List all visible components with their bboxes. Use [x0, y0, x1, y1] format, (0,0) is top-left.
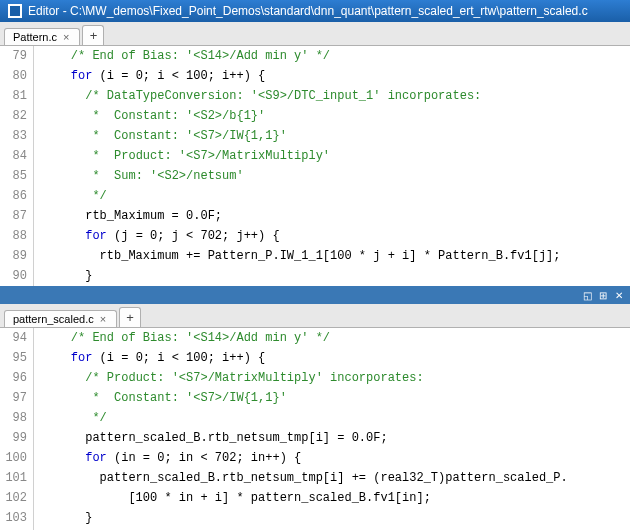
line-number: 80 — [0, 66, 27, 86]
line-number: 95 — [0, 348, 27, 368]
pane-close-icon[interactable]: ✕ — [612, 288, 626, 302]
code-line[interactable]: * Constant: '<S7>/IW{1,1}' — [42, 126, 630, 146]
code-text[interactable]: /* End of Bias: '<S14>/Add min y' */ for… — [34, 328, 630, 530]
code-line[interactable]: /* Product: '<S7>/MatrixMultiply' incorp… — [42, 368, 630, 388]
line-gutter: 798081828384858687888990 — [0, 46, 34, 286]
line-gutter: 949596979899100101102103104105106 — [0, 328, 34, 530]
line-number: 81 — [0, 86, 27, 106]
maximize-icon[interactable]: ⊞ — [596, 288, 610, 302]
tab-bar-bottom: pattern_scaled.c × + — [0, 304, 630, 328]
title-bar: Editor - C:\MW_demos\Fixed_Point_Demos\s… — [0, 0, 630, 22]
line-number: 79 — [0, 46, 27, 66]
code-line[interactable]: */ — [42, 408, 630, 428]
line-number: 94 — [0, 328, 27, 348]
app-icon — [8, 4, 22, 18]
tab-add-button-bottom[interactable]: + — [119, 307, 141, 327]
code-line[interactable]: */ — [42, 186, 630, 206]
code-line[interactable]: * Constant: '<S2>/b{1}' — [42, 106, 630, 126]
code-text[interactable]: /* End of Bias: '<S14>/Add min y' */ for… — [34, 46, 630, 286]
code-line[interactable]: pattern_scaled_B.rtb_netsum_tmp[i] = 0.0… — [42, 428, 630, 448]
line-number: 103 — [0, 508, 27, 528]
pane-header-bottom: ◱ ⊞ ✕ — [0, 286, 630, 304]
code-line[interactable]: for (j = 0; j < 702; j++) { — [42, 226, 630, 246]
tab-label: pattern_scaled.c — [13, 313, 94, 325]
code-line[interactable]: * Sum: '<S2>/netsum' — [42, 166, 630, 186]
line-number: 83 — [0, 126, 27, 146]
line-number: 97 — [0, 388, 27, 408]
code-line[interactable]: } — [42, 266, 630, 286]
tab-pattern-scaled-c[interactable]: pattern_scaled.c × — [4, 310, 117, 327]
code-line[interactable]: rtb_Maximum += Pattern_P.IW_1_1[100 * j … — [42, 246, 630, 266]
code-line[interactable]: /* End of Bias: '<S14>/Add min y' */ — [42, 328, 630, 348]
plus-icon: + — [126, 310, 134, 325]
code-line[interactable]: rtb_Maximum = 0.0F; — [42, 206, 630, 226]
line-number: 85 — [0, 166, 27, 186]
line-number: 89 — [0, 246, 27, 266]
line-number: 98 — [0, 408, 27, 428]
line-number: 99 — [0, 428, 27, 448]
window-title: Editor - C:\MW_demos\Fixed_Point_Demos\s… — [28, 4, 588, 18]
line-number: 87 — [0, 206, 27, 226]
line-number: 100 — [0, 448, 27, 468]
tab-add-button-top[interactable]: + — [82, 25, 104, 45]
code-line[interactable]: } — [42, 508, 630, 528]
line-number: 102 — [0, 488, 27, 508]
code-line[interactable]: for (in = 0; in < 702; in++) { — [42, 448, 630, 468]
tab-bar-top: Pattern.c × + — [0, 22, 630, 46]
line-number: 84 — [0, 146, 27, 166]
tab-pattern-c[interactable]: Pattern.c × — [4, 28, 80, 45]
code-line[interactable]: /* End of Bias: '<S14>/Add min y' */ — [42, 46, 630, 66]
line-number: 82 — [0, 106, 27, 126]
restore-icon[interactable]: ◱ — [580, 288, 594, 302]
code-line[interactable]: * Constant: '<S7>/IW{1,1}' — [42, 388, 630, 408]
close-icon[interactable]: × — [63, 31, 69, 43]
code-line[interactable]: pattern_scaled_B.rtb_netsum_tmp[i] += (r… — [42, 468, 630, 488]
code-line[interactable]: for (i = 0; i < 100; i++) { — [42, 348, 630, 368]
plus-icon: + — [90, 28, 98, 43]
line-number: 96 — [0, 368, 27, 388]
line-number: 90 — [0, 266, 27, 286]
editor-pane-bottom: ◱ ⊞ ✕ pattern_scaled.c × + 9495969798991… — [0, 286, 630, 530]
close-icon[interactable]: × — [100, 313, 106, 325]
code-line[interactable]: [100 * in + i] * pattern_scaled_B.fv1[in… — [42, 488, 630, 508]
code-area-bottom[interactable]: 949596979899100101102103104105106 /* End… — [0, 328, 630, 530]
code-area-top[interactable]: 798081828384858687888990 /* End of Bias:… — [0, 46, 630, 286]
code-line[interactable]: /* DataTypeConversion: '<S9>/DTC_input_1… — [42, 86, 630, 106]
code-line[interactable]: for (i = 0; i < 100; i++) { — [42, 66, 630, 86]
editor-pane-top: Pattern.c × + 798081828384858687888990 /… — [0, 22, 630, 286]
line-number: 88 — [0, 226, 27, 246]
line-number: 86 — [0, 186, 27, 206]
line-number: 101 — [0, 468, 27, 488]
code-line[interactable]: * Product: '<S7>/MatrixMultiply' — [42, 146, 630, 166]
tab-label: Pattern.c — [13, 31, 57, 43]
